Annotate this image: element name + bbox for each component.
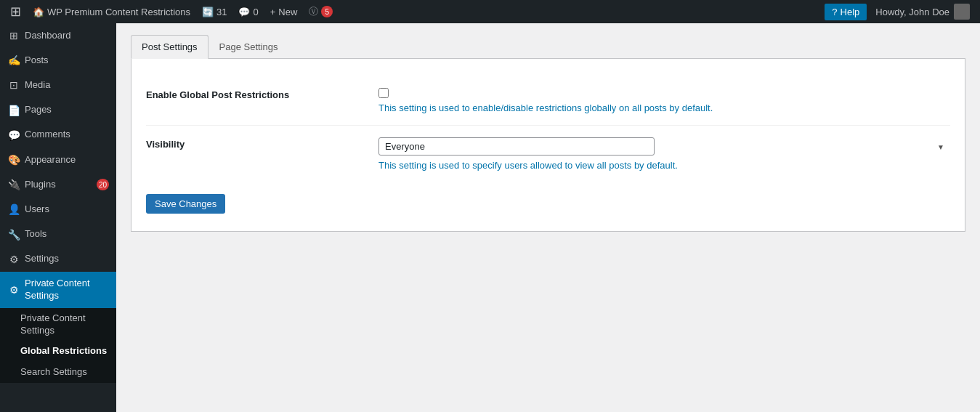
sidebar-item-label: Pages: [25, 104, 109, 116]
enable-restrictions-row: Enable Global Post Restrictions This set…: [146, 76, 950, 126]
comments-icon: 💬: [238, 7, 250, 17]
sidebar-item-label: Tools: [25, 228, 109, 241]
user-menu[interactable]: Howdy, John Doe: [870, 4, 976, 20]
appearance-icon: 🎨: [7, 153, 20, 166]
sidebar-submenu: Private Content Settings Global Restrict…: [0, 308, 116, 384]
sidebar-item-settings[interactable]: ⚙ Settings: [0, 247, 116, 272]
plugins-badge: 20: [97, 179, 109, 190]
howdy-label: Howdy, John Doe: [875, 7, 949, 17]
settings-icon: ⚙: [7, 253, 20, 266]
submenu-item-search-settings[interactable]: Search Settings: [0, 362, 116, 383]
site-name: WP Premium Content Restrictions: [47, 7, 190, 17]
sidebar-item-users[interactable]: 👤 Users: [0, 197, 116, 222]
enable-restrictions-help: This setting is used to enable/disable r…: [378, 102, 950, 113]
sidebar-item-label: Posts: [25, 54, 109, 67]
visibility-control: Everyone Logged In Users Administrators …: [378, 137, 950, 171]
help-label: Help: [841, 7, 860, 17]
new-label: New: [278, 7, 297, 17]
submenu-item-global-restrictions[interactable]: Global Restrictions: [0, 341, 116, 362]
sidebar-item-label: Comments: [25, 129, 109, 141]
sidebar-item-plugins[interactable]: 🔌 Plugins 20: [0, 172, 116, 197]
sidebar-item-label: Media: [25, 79, 109, 92]
checkbox-wrapper: [378, 88, 950, 98]
updates-icon: 🔄: [202, 7, 214, 17]
sidebar-item-media[interactable]: ⊡ Media: [0, 73, 116, 97]
plus-icon: +: [270, 7, 276, 17]
settings-panel: Enable Global Post Restrictions This set…: [131, 59, 965, 232]
comments-nav-icon: 💬: [7, 129, 20, 142]
sidebar-item-label: Settings: [25, 253, 109, 265]
sidebar-item-appearance[interactable]: 🎨 Appearance: [0, 148, 116, 172]
main-content: Post Settings Page Settings Enable Globa…: [116, 23, 980, 412]
posts-icon: ✍: [7, 54, 20, 67]
help-icon: ?: [832, 7, 837, 17]
sidebar-item-comments[interactable]: 💬 Comments: [0, 123, 116, 148]
users-icon: 👤: [7, 203, 20, 216]
sidebar-item-label: Dashboard: [25, 30, 109, 42]
plugin-count-badge: 5: [321, 6, 333, 17]
visibility-row: Visibility Everyone Logged In Users Admi…: [146, 126, 950, 182]
visibility-select[interactable]: Everyone Logged In Users Administrators …: [378, 137, 655, 155]
tools-icon: 🔧: [7, 228, 20, 241]
private-content-icon: ⚙: [7, 283, 20, 296]
plugins-icon: 🔌: [7, 178, 20, 191]
sidebar-item-tools[interactable]: 🔧 Tools: [0, 222, 116, 247]
home-icon: 🏠: [33, 7, 44, 17]
visibility-select-wrapper: Everyone Logged In Users Administrators …: [378, 137, 950, 155]
plugin-icon: Ⓥ: [309, 5, 318, 18]
plugin-link[interactable]: Ⓥ 5: [303, 0, 339, 23]
save-changes-button[interactable]: Save Changes: [146, 194, 225, 214]
sidebar-item-label: Users: [25, 203, 109, 216]
avatar: [954, 4, 970, 20]
updates-link[interactable]: 🔄 31: [196, 0, 232, 23]
visibility-help: This setting is used to specify users al…: [378, 160, 950, 171]
enable-restrictions-label: Enable Global Post Restrictions: [146, 88, 364, 100]
sidebar-item-pages[interactable]: 📄 Pages: [0, 98, 116, 123]
sidebar-item-label: Private Content Settings: [25, 278, 109, 302]
sidebar-item-label: Plugins: [25, 179, 92, 191]
chevron-down-icon: ▼: [937, 142, 944, 150]
comments-link[interactable]: 💬 0: [232, 0, 264, 23]
help-button[interactable]: ? Help: [825, 4, 867, 20]
enable-restrictions-control: This setting is used to enable/disable r…: [378, 88, 950, 113]
pages-icon: 📄: [7, 104, 20, 117]
comments-count: 0: [253, 7, 258, 17]
sidebar: ⊞ Dashboard ✍ Posts ⊡ Media 📄 Pages 💬 Co…: [0, 23, 116, 412]
submenu-item-private-content-settings[interactable]: Private Content Settings: [0, 308, 116, 342]
tabs-bar: Post Settings Page Settings: [131, 35, 965, 59]
updates-count: 31: [216, 7, 227, 17]
sidebar-item-dashboard[interactable]: ⊞ Dashboard: [0, 23, 116, 48]
new-content-button[interactable]: + New: [264, 0, 304, 23]
site-name-link[interactable]: 🏠 WP Premium Content Restrictions: [27, 0, 196, 23]
dashboard-icon: ⊞: [7, 29, 20, 42]
tab-page-settings[interactable]: Page Settings: [208, 35, 289, 58]
top-bar: ⊞ 🏠 WP Premium Content Restrictions 🔄 31…: [0, 0, 980, 23]
wp-logo-button[interactable]: ⊞: [4, 0, 27, 23]
sidebar-item-label: Appearance: [25, 154, 109, 166]
media-icon: ⊡: [7, 78, 20, 92]
tab-post-settings[interactable]: Post Settings: [131, 35, 208, 59]
sidebar-item-posts[interactable]: ✍ Posts: [0, 48, 116, 73]
enable-restrictions-checkbox[interactable]: [378, 88, 389, 98]
wp-logo-icon: ⊞: [10, 4, 21, 20]
visibility-label: Visibility: [146, 137, 364, 150]
sidebar-item-private-content[interactable]: ⚙ Private Content Settings: [0, 272, 116, 308]
